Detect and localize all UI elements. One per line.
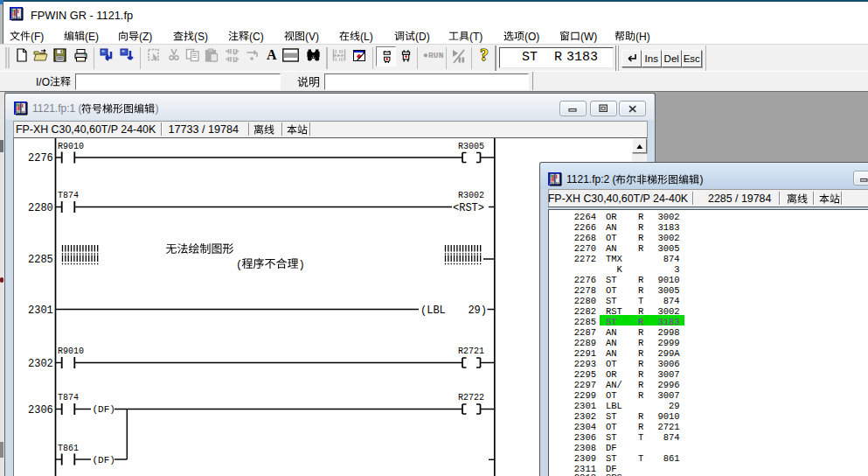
svg-text:R9010: R9010 [58,142,84,151]
svg-text:R3005: R3005 [458,142,484,151]
svg-text:R9010: R9010 [58,346,84,356]
svg-text:R3002: R3002 [458,191,484,200]
svg-text:(DF): (DF) [93,404,115,415]
svg-text:(LBL: (LBL [420,304,446,317]
svg-text:2306: 2306 [28,404,53,416]
svg-text:2280: 2280 [28,202,53,214]
svg-text:(: ( [236,259,242,271]
svg-text:2302: 2302 [28,358,53,370]
svg-text:<RST>: <RST> [453,202,484,214]
svg-text:2301: 2301 [28,304,53,317]
svg-text:R2722: R2722 [458,393,484,402]
svg-text:R2721: R2721 [458,346,484,356]
svg-text:(DF): (DF) [93,455,115,466]
svg-text:T874: T874 [58,191,79,200]
svg-text:T874: T874 [58,393,79,402]
svg-text:2285: 2285 [28,254,53,266]
svg-text:2276: 2276 [28,152,53,164]
svg-text:): ) [299,259,305,271]
svg-text:T861: T861 [58,444,79,453]
svg-text:29): 29) [468,304,487,317]
